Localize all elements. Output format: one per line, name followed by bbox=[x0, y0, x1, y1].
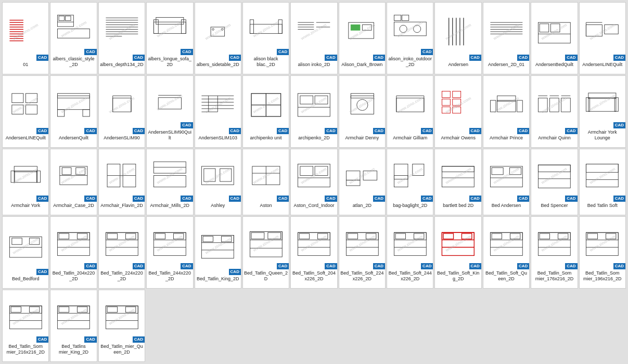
file-item[interactable]: www.zino.comCADalbers_longue_sofa_2D bbox=[146, 2, 193, 74]
item-label: AndersenLINEQuilt bbox=[3, 134, 48, 147]
item-label: Armchair Prince bbox=[483, 134, 529, 147]
item-preview: www.zino.comCAD bbox=[531, 149, 577, 202]
svg-rect-94 bbox=[315, 96, 328, 104]
svg-rect-160 bbox=[538, 165, 570, 188]
svg-rect-93 bbox=[300, 96, 313, 104]
cad-badge: CAD bbox=[84, 49, 96, 55]
file-item[interactable]: www.zino.comCADalbers_classic_style_2D bbox=[50, 2, 97, 74]
svg-rect-188 bbox=[222, 237, 232, 242]
file-item[interactable]: www.zino.comCADAndersenLINEQuilt bbox=[2, 75, 49, 148]
file-item[interactable]: www.zino.comCADBed Andersen bbox=[483, 149, 530, 215]
file-item[interactable]: www.zino.comCADArmchair Prince bbox=[483, 75, 530, 148]
svg-rect-243 bbox=[125, 307, 135, 313]
file-item[interactable]: www.zino.comCADalison_iroko_outdoor_2D bbox=[387, 2, 433, 74]
item-label: Bed_Tatlin_204x220_2D bbox=[50, 269, 96, 288]
cad-badge: CAD bbox=[469, 55, 481, 61]
file-item[interactable]: www.zino.comCADArmchair York Lounge bbox=[579, 75, 626, 148]
item-label: AndersenSLIM90 bbox=[99, 134, 145, 147]
file-item[interactable]: www.zino.comCADBed_Tatlin_King_2D bbox=[195, 216, 241, 289]
file-item[interactable]: www.zino.comCADBed_Tatlin_mier_Queen_2D bbox=[98, 290, 145, 362]
svg-rect-156 bbox=[490, 166, 522, 187]
file-item[interactable]: www.zino.comCADBed_Tatlin_Soft_Queen_2D bbox=[483, 216, 530, 289]
file-item[interactable]: www.zino.comCADBed_Tatlin_Som mier_176x2… bbox=[531, 216, 578, 289]
file-item[interactable]: www.zino.comCADAndersenQuilt bbox=[50, 75, 97, 148]
file-item[interactable]: www.zino.comCADBed_Tatlin_244x220_2D bbox=[146, 216, 193, 289]
file-item[interactable]: www.zino.comCADAndersenSLIM103 bbox=[195, 75, 241, 148]
file-item[interactable]: www.zino.comCADbartlett bed 2D bbox=[434, 149, 481, 215]
svg-rect-42 bbox=[362, 25, 371, 31]
svg-rect-130 bbox=[76, 168, 85, 175]
item-preview: www.zino.comCAD bbox=[435, 217, 481, 269]
cad-badge: CAD bbox=[325, 55, 337, 61]
item-label: Bed_Tatlin_mier_Queen_2D bbox=[99, 343, 145, 361]
cad-badge: CAD bbox=[325, 196, 337, 202]
file-item[interactable]: www.zino.comCADArmchair_Flavin_2D bbox=[98, 149, 145, 215]
file-item[interactable]: www.zino.comCADArmchair Owens bbox=[434, 75, 481, 148]
svg-rect-175 bbox=[106, 232, 138, 255]
file-item[interactable]: www.zino.comCADAndersenBedQuilt bbox=[531, 2, 578, 74]
svg-rect-227 bbox=[588, 233, 598, 239]
svg-rect-27 bbox=[156, 18, 184, 24]
cad-badge: CAD bbox=[36, 336, 48, 343]
item-label: atlan_2D bbox=[339, 202, 385, 215]
file-item[interactable]: www.zino.comCADarchipenko_2D bbox=[290, 75, 337, 148]
file-item[interactable]: www.zino.comCADBed_Tatlin_Soft_244x226_2… bbox=[387, 216, 433, 289]
cad-badge: CAD bbox=[181, 263, 193, 269]
svg-rect-74 bbox=[83, 110, 89, 116]
file-item[interactable]: www.zino.comCADAndersenLINEQuilt bbox=[579, 2, 626, 74]
svg-rect-67 bbox=[12, 94, 23, 103]
cad-badge: CAD bbox=[421, 49, 433, 55]
file-item[interactable]: www.zino.comCADAlison_Dark_Brown bbox=[339, 2, 386, 74]
cad-badge: CAD bbox=[613, 196, 625, 202]
file-item[interactable]: www.zino.comCADBed Tatlin Soft bbox=[579, 149, 626, 215]
item-label: 01 bbox=[3, 61, 48, 74]
file-item[interactable]: www.zino.comCADatlan_2D bbox=[339, 149, 386, 215]
file-item[interactable]: www.zino.comCADalbers_sidetable_2D bbox=[195, 2, 241, 74]
file-item[interactable]: www.zino.comCADbag-baglight_2D bbox=[387, 149, 433, 215]
file-item[interactable]: www.zino.comCADBed_Tatlin_204x220_2D bbox=[50, 216, 97, 289]
file-item[interactable]: www.zino.comCADAndersenSLIM90 bbox=[98, 75, 145, 148]
cad-badge: CAD bbox=[469, 263, 481, 269]
svg-rect-237 bbox=[59, 307, 69, 313]
file-item[interactable]: www.zino.comCADAston_Cord_Indoor bbox=[290, 149, 337, 215]
file-item[interactable]: www.zino.comCADArmchair Quinn bbox=[531, 75, 578, 148]
file-item[interactable]: www.zino.comCADAndersen bbox=[434, 2, 481, 74]
file-item[interactable]: www.zino.comCADalison black blac._2D bbox=[242, 2, 289, 74]
file-item[interactable]: www.zino.comCADAndersen_2D_01 bbox=[483, 2, 530, 74]
file-item[interactable]: www.zino.comCADBed_Tatlin_224x220_2D bbox=[98, 216, 145, 289]
file-item[interactable]: www.zino.comCADAston bbox=[242, 149, 289, 215]
svg-rect-230 bbox=[9, 306, 42, 329]
file-item[interactable]: www.zino.comCADBed_Tatlins mier_King_2D bbox=[50, 290, 97, 362]
file-item[interactable]: www.zino.comCADArmchair Gilliam bbox=[387, 75, 433, 148]
svg-rect-115 bbox=[561, 98, 571, 112]
svg-rect-70 bbox=[25, 105, 37, 114]
cad-badge: CAD bbox=[613, 55, 625, 61]
file-item[interactable]: www.zino.comCADArmchair York bbox=[2, 149, 49, 215]
file-item[interactable]: www.zino.comCAD01 bbox=[2, 2, 49, 74]
file-item[interactable]: www.zino.comCADArmchair_Mills_2D bbox=[146, 149, 193, 215]
file-item[interactable]: www.zino.comCADBed_Bedford bbox=[2, 216, 49, 289]
file-item[interactable]: www.zino.comCADBed_Tatlin_Soft_King_2D bbox=[434, 216, 481, 289]
file-item[interactable]: www.zino.comCADarchipenko unit bbox=[242, 75, 289, 148]
file-item[interactable]: www.zino.comCADBed_Tatlin_Soft_204x226_2… bbox=[290, 216, 337, 289]
file-item[interactable]: www.zino.comCADalison iroko_2D bbox=[290, 2, 337, 74]
file-item[interactable]: www.zino.comCADBed_Tatlin_Soft_224x226_2… bbox=[339, 216, 386, 289]
item-label: bag-baglight_2D bbox=[387, 202, 433, 215]
file-item[interactable]: www.zino.comCADAshley bbox=[195, 149, 241, 215]
item-preview: www.zino.comCAD bbox=[3, 149, 48, 202]
file-item[interactable]: www.zino.comCADalbers_depth134_2D bbox=[98, 2, 145, 74]
file-item[interactable]: www.zino.comCADBed_Tatlin_Som mier_216x2… bbox=[2, 290, 49, 362]
item-preview: www.zino.comCAD bbox=[580, 217, 625, 269]
file-item[interactable]: www.zino.comCADBed Spencer bbox=[531, 149, 578, 215]
item-preview: www.zino.comCAD bbox=[387, 3, 433, 55]
file-item[interactable]: www.zino.comCADBed_Tatlin_Som mier_196x2… bbox=[579, 216, 626, 289]
svg-rect-60 bbox=[540, 24, 549, 32]
file-item[interactable]: www.zino.comCADBed_Tatlin_Queen_2D bbox=[242, 216, 289, 289]
svg-rect-66 bbox=[605, 25, 619, 34]
item-preview: www.zino.comCAD bbox=[3, 290, 48, 343]
file-item[interactable]: www.zino.comCADAndersenSLIM90Quilt bbox=[146, 75, 193, 148]
item-label: Andersen_2D_01 bbox=[483, 61, 529, 74]
file-item[interactable]: www.zino.comCADArmchair_Case_2D bbox=[50, 149, 97, 215]
svg-point-44 bbox=[400, 25, 407, 33]
file-item[interactable]: www.zino.comCADArmchair Denny bbox=[339, 75, 386, 148]
